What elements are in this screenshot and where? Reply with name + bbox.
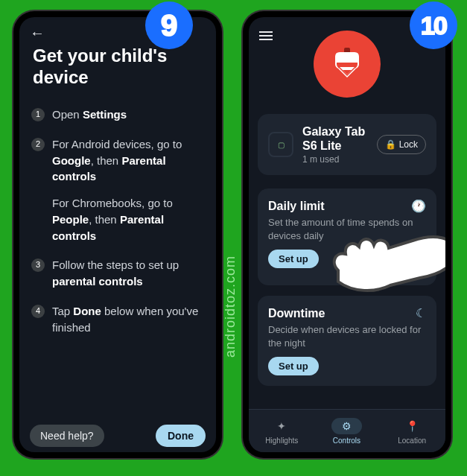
phone-frame-right: ▢ Galaxy Tab S6 Lite 1 m used 🔒 Lock Dai…: [243, 11, 451, 458]
daily-limit-desc: Set the amount of time spends on devices…: [268, 216, 426, 242]
page-title: Get your child's device: [33, 45, 216, 89]
nav-highlights-label: Highlights: [265, 437, 298, 445]
step-number: 3: [31, 258, 45, 272]
step-text: Follow the steps to set up parental cont…: [52, 257, 204, 290]
nav-controls-label: Controls: [333, 437, 360, 445]
daily-limit-setup-button[interactable]: Set up: [268, 250, 319, 268]
step-text: Open Settings: [52, 107, 127, 123]
step-text: Tap Done below when you've finished: [52, 303, 204, 336]
done-button[interactable]: Done: [156, 425, 206, 447]
tablet-icon: ▢: [268, 132, 293, 157]
lock-icon: 🔒: [385, 139, 396, 150]
device-card: ▢ Galaxy Tab S6 Lite 1 m used 🔒 Lock: [258, 114, 436, 175]
lock-label: Lock: [399, 139, 418, 150]
step-item: 2For Android devices, go to Google, then…: [31, 136, 204, 244]
step-badge-10: 10: [410, 1, 457, 49]
step-item: 3Follow the steps to set up parental con…: [31, 257, 204, 290]
nav-location[interactable]: 📍 Location: [395, 418, 429, 445]
bottom-bar: Need help? Done: [19, 419, 216, 452]
screen-right: ▢ Galaxy Tab S6 Lite 1 m used 🔒 Lock Dai…: [249, 17, 445, 452]
hamburger-menu-icon[interactable]: [259, 29, 273, 42]
sparkle-icon: ✦: [267, 418, 296, 434]
need-help-button[interactable]: Need help?: [30, 425, 104, 447]
downtime-title: Downtime: [268, 307, 325, 320]
downtime-setup-button[interactable]: Set up: [268, 357, 319, 375]
step-item: 4Tap Done below when you've finished: [31, 303, 204, 336]
downtime-desc: Decide when devices are locked for the n…: [268, 323, 426, 349]
nav-highlights[interactable]: ✦ Highlights: [265, 418, 298, 445]
step-number: 1: [31, 108, 45, 121]
step-number: 4: [31, 305, 45, 318]
back-arrow-icon[interactable]: ←: [30, 25, 45, 42]
nav-location-label: Location: [398, 437, 426, 445]
step-text: For Android devices, go to Google, then …: [52, 136, 204, 244]
step-item: 1Open Settings: [31, 107, 204, 123]
lock-button[interactable]: 🔒 Lock: [377, 135, 426, 154]
moon-icon: ☾: [416, 306, 426, 320]
watermark-text: androidtoz.com: [223, 256, 238, 358]
bottom-nav: ✦ Highlights ⚙ Controls 📍 Location: [249, 409, 445, 452]
daily-limit-card: Daily limit 🕐 Set the amount of time spe…: [258, 188, 436, 285]
downtime-card: Downtime ☾ Decide when devices are locke…: [258, 296, 436, 386]
phone-frame-left: ← Get your child's device 1Open Settings…: [13, 11, 222, 458]
pin-icon: 📍: [395, 418, 429, 434]
device-name: Galaxy Tab S6 Lite: [302, 124, 368, 153]
step-number: 2: [31, 138, 45, 151]
steps-list: 1Open Settings2For Android devices, go t…: [31, 107, 204, 349]
screen-left: ← Get your child's device 1Open Settings…: [19, 17, 216, 452]
nav-controls[interactable]: ⚙ Controls: [331, 418, 362, 445]
clock-icon: 🕐: [411, 199, 426, 213]
daily-limit-title: Daily limit: [268, 200, 325, 213]
sliders-icon: ⚙: [331, 418, 362, 434]
device-usage: 1 m used: [302, 154, 368, 165]
step-badge-9: 9: [145, 1, 193, 49]
spinning-top-icon: [314, 31, 381, 98]
